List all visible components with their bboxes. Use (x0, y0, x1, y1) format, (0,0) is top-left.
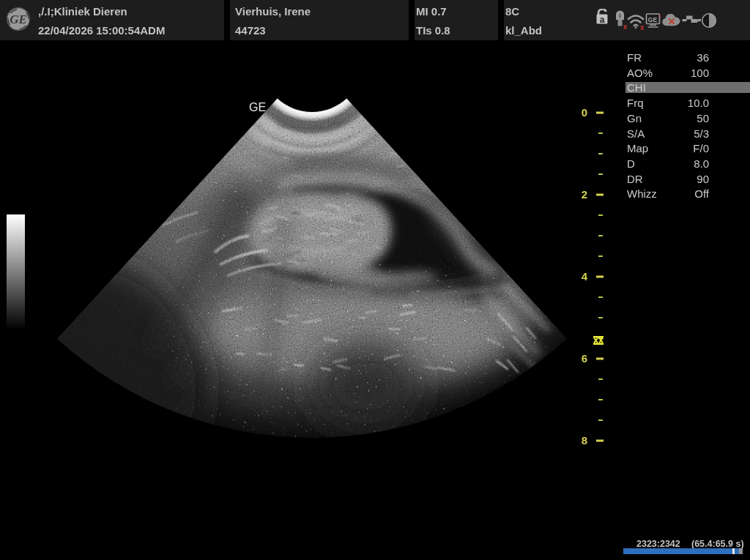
svg-text:8: 8 (582, 434, 587, 447)
svg-text:0: 0 (582, 106, 587, 119)
svg-text:6: 6 (582, 352, 587, 365)
svg-text:4: 4 (582, 270, 588, 283)
svg-text:2: 2 (582, 188, 587, 201)
